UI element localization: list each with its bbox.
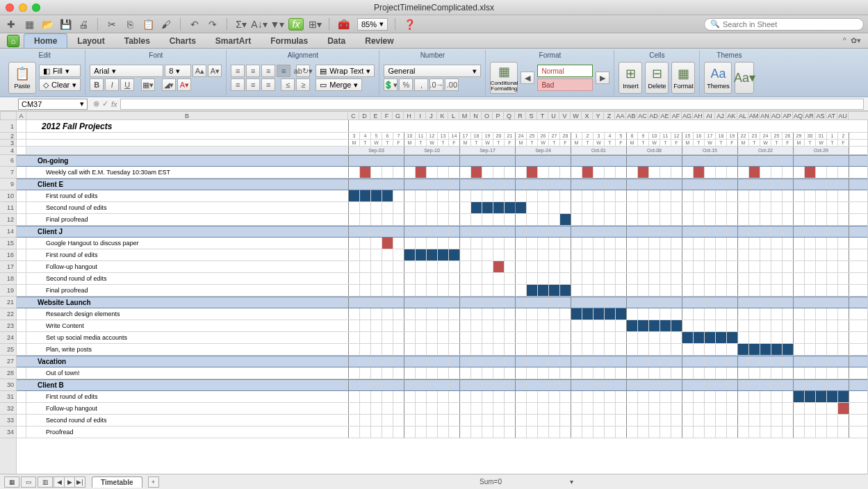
day-cell[interactable] <box>682 332 694 343</box>
day-cell[interactable] <box>427 120 438 132</box>
day-cell[interactable] <box>571 190 582 201</box>
day-cell[interactable] <box>682 285 694 296</box>
font-name-dropdown[interactable]: Arial ▾ <box>90 65 163 77</box>
day-cell[interactable] <box>816 226 827 237</box>
show-hide-icon[interactable]: ⊞▾ <box>308 18 322 31</box>
day-cell[interactable] <box>460 249 471 260</box>
day-cell[interactable] <box>560 320 571 331</box>
day-cell[interactable] <box>516 156 527 166</box>
day-cell[interactable] <box>727 415 738 426</box>
day-cell[interactable] <box>605 332 616 343</box>
day-cell[interactable] <box>505 179 516 190</box>
help-icon[interactable]: ❓ <box>402 18 416 31</box>
day-cell[interactable] <box>349 320 360 331</box>
day-cell[interactable] <box>404 356 416 367</box>
day-cell[interactable] <box>549 249 560 260</box>
day-cell[interactable] <box>582 214 593 225</box>
day-cell[interactable] <box>349 261 360 272</box>
day-cell[interactable] <box>571 156 582 166</box>
day-cell[interactable] <box>649 273 660 284</box>
day-cell[interactable] <box>549 179 560 190</box>
day-cell[interactable] <box>838 403 849 414</box>
day-cell[interactable] <box>816 415 827 426</box>
day-cell[interactable] <box>593 285 605 296</box>
day-cell[interactable] <box>627 391 638 402</box>
day-cell[interactable] <box>349 120 360 132</box>
day-cell[interactable] <box>349 426 360 438</box>
day-cell[interactable] <box>838 297 849 308</box>
day-cell[interactable] <box>805 156 816 166</box>
sum-dropdown-icon[interactable]: ▾ <box>570 478 573 486</box>
day-cell[interactable] <box>616 156 627 166</box>
day-cell[interactable] <box>416 261 427 272</box>
day-cell[interactable] <box>838 308 849 320</box>
day-cell[interactable] <box>660 380 671 390</box>
day-cell[interactable] <box>638 297 649 308</box>
day-cell[interactable] <box>638 308 649 320</box>
day-cell[interactable] <box>449 261 460 272</box>
day-cell[interactable] <box>682 261 694 272</box>
day-cell[interactable] <box>682 297 694 308</box>
day-cell[interactable] <box>516 273 527 284</box>
day-cell[interactable] <box>471 273 482 284</box>
day-cell[interactable] <box>349 202 360 213</box>
day-cell[interactable] <box>771 320 783 331</box>
day-cell[interactable] <box>660 273 671 284</box>
day-cell[interactable] <box>694 238 705 249</box>
day-cell[interactable] <box>794 214 805 225</box>
day-cell[interactable] <box>638 179 649 190</box>
day-cell[interactable] <box>749 391 760 402</box>
day-cell[interactable] <box>349 344 360 355</box>
day-cell[interactable] <box>805 202 816 213</box>
day-cell[interactable] <box>582 380 593 390</box>
day-cell[interactable] <box>705 297 716 308</box>
col-header[interactable]: N <box>470 112 482 120</box>
day-cell[interactable] <box>660 167 671 178</box>
day-cell[interactable] <box>582 261 593 272</box>
day-cell[interactable] <box>760 249 771 260</box>
day-cell[interactable] <box>638 167 649 178</box>
day-cell[interactable] <box>516 249 527 260</box>
day-cell[interactable] <box>805 415 816 426</box>
day-cell[interactable] <box>805 332 816 343</box>
day-cell[interactable] <box>527 202 538 213</box>
day-cell[interactable] <box>716 426 727 438</box>
day-cell[interactable] <box>438 214 449 225</box>
redo-icon[interactable]: ↷ <box>206 18 220 31</box>
day-cell[interactable] <box>438 179 449 190</box>
day-cell[interactable] <box>638 190 649 201</box>
day-cell[interactable] <box>449 426 460 438</box>
tab-smartart[interactable]: SmartArt <box>206 34 261 48</box>
day-cell[interactable] <box>360 297 371 308</box>
day-cell[interactable] <box>694 285 705 296</box>
italic-button[interactable]: I <box>105 78 119 91</box>
fill-color-button[interactable]: ◢▾ <box>162 78 176 91</box>
day-cell[interactable] <box>382 426 393 438</box>
day-cell[interactable] <box>805 214 816 225</box>
home-icon[interactable]: ⌂ <box>7 35 19 47</box>
day-cell[interactable] <box>671 332 682 343</box>
day-cell[interactable] <box>660 367 671 379</box>
day-cell[interactable] <box>482 120 493 132</box>
wrap-text-button[interactable]: ▤ Wrap Text ▾ <box>316 65 375 77</box>
day-cell[interactable] <box>571 403 582 414</box>
day-cell[interactable] <box>371 415 382 426</box>
day-cell[interactable] <box>605 273 616 284</box>
day-cell[interactable] <box>549 297 560 308</box>
day-cell[interactable] <box>549 332 560 343</box>
day-cell[interactable] <box>694 249 705 260</box>
day-cell[interactable] <box>416 249 427 260</box>
day-cell[interactable] <box>582 320 593 331</box>
spreadsheet-grid[interactable]: ABCDEFGHIJKLMNOPQRSTUVWXYZAAABACADAEAFAG… <box>0 111 868 474</box>
day-cell[interactable] <box>716 214 727 225</box>
scroll-left-icon[interactable]: ◀ <box>521 72 534 84</box>
day-cell[interactable] <box>727 285 738 296</box>
day-cell[interactable] <box>549 426 560 438</box>
day-cell[interactable] <box>616 356 627 367</box>
day-cell[interactable] <box>505 367 516 379</box>
day-cell[interactable] <box>404 214 416 225</box>
day-cell[interactable] <box>382 308 393 320</box>
day-cell[interactable] <box>660 202 671 213</box>
day-cell[interactable] <box>727 226 738 237</box>
day-cell[interactable] <box>727 167 738 178</box>
